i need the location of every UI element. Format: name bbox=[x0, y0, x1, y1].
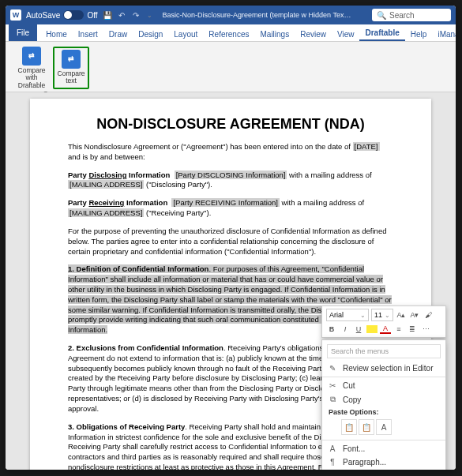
redo-icon[interactable]: ↷ bbox=[131, 11, 141, 20]
numbering-icon[interactable]: ≣ bbox=[407, 324, 418, 335]
undo-icon[interactable]: ↶ bbox=[117, 11, 126, 20]
quick-access-toolbar: 💾 ↶ ↷ ⌄ bbox=[103, 11, 155, 20]
font-color-icon[interactable]: A bbox=[380, 324, 391, 334]
compare-text-button[interactable]: ⇄ Compare text bbox=[53, 47, 89, 89]
highlight-icon[interactable] bbox=[366, 324, 377, 335]
tab-references[interactable]: References bbox=[203, 28, 254, 41]
font-family-select[interactable]: Arial⌄ bbox=[326, 309, 369, 321]
menu-review-editor[interactable]: ✎Review selection in Editor bbox=[322, 362, 445, 375]
font-size-select[interactable]: 11⌄ bbox=[371, 309, 393, 321]
tab-review[interactable]: Review bbox=[295, 28, 332, 41]
title-bar: W AutoSave Off 💾 ↶ ↷ ⌄ Basic-Non-Disclos… bbox=[6, 6, 456, 24]
tab-draftable[interactable]: Draftable bbox=[359, 26, 404, 41]
mini-toolbar[interactable]: Arial⌄ 11⌄ A▴ A▾ 🖌 B I U A ≡ ≣ ⋯ bbox=[321, 305, 446, 338]
compare-text-icon: ⇄ bbox=[62, 50, 81, 69]
paste-options: 📋 📋 A bbox=[322, 418, 445, 438]
tab-help[interactable]: Help bbox=[405, 28, 433, 41]
purpose-paragraph: For the purpose of preventing the unauth… bbox=[68, 227, 393, 257]
tab-view[interactable]: View bbox=[332, 28, 360, 41]
tab-design[interactable]: Design bbox=[133, 28, 168, 41]
tab-layout[interactable]: Layout bbox=[168, 28, 203, 41]
search-box[interactable]: 🔍 Search bbox=[372, 9, 451, 21]
cut-icon: ✂ bbox=[327, 381, 338, 390]
menu-search-input[interactable]: Search the menus bbox=[327, 344, 441, 358]
autosave-state: Off bbox=[87, 11, 97, 20]
italic-icon[interactable]: I bbox=[340, 324, 351, 335]
tab-insert[interactable]: Insert bbox=[73, 28, 103, 41]
copy-icon: ⧉ bbox=[327, 395, 338, 404]
date-placeholder[interactable]: [DATE] bbox=[353, 142, 380, 151]
tab-imanage[interactable]: iManage bbox=[432, 28, 456, 41]
menu-font[interactable]: AFont... bbox=[322, 442, 445, 455]
underline-icon[interactable]: U bbox=[353, 324, 364, 335]
font-dialog-icon: A bbox=[327, 444, 338, 453]
receiving-party-placeholder[interactable]: [Party RECEIVING Information] bbox=[171, 198, 280, 207]
format-painter-icon[interactable]: 🖌 bbox=[423, 309, 434, 320]
context-menu[interactable]: Search the menus ✎Review selection in Ed… bbox=[321, 339, 446, 470]
document-title[interactable]: Basic-Non-Disclosure-Agreement (template… bbox=[163, 11, 352, 19]
search-placeholder: Search bbox=[389, 11, 415, 20]
qat-dropdown-icon[interactable]: ⌄ bbox=[145, 11, 155, 20]
document-area[interactable]: NON-DISCLOSURE AGREEMENT (NDA) This Nond… bbox=[6, 92, 456, 470]
styles-icon[interactable]: ⋯ bbox=[420, 324, 431, 335]
paste-options-header: Paste Options: bbox=[322, 407, 445, 418]
editor-icon: ✎ bbox=[327, 364, 338, 373]
paste-merge[interactable]: 📋 bbox=[359, 419, 374, 435]
compare-draftable-icon: ⇄ bbox=[22, 47, 41, 66]
increase-font-icon[interactable]: A▴ bbox=[396, 309, 407, 320]
tab-mailings[interactable]: Mailings bbox=[254, 28, 295, 41]
ribbon: ⇄ Compare with Draftable ⇄ Compare text … bbox=[6, 42, 456, 92]
decrease-font-icon[interactable]: A▾ bbox=[409, 309, 420, 320]
disclosing-address-placeholder[interactable]: [MAILING ADDRESS] bbox=[68, 180, 144, 189]
toggle-switch-icon[interactable] bbox=[63, 10, 84, 20]
autosave-toggle[interactable]: AutoSave Off bbox=[26, 10, 98, 20]
menu-copy[interactable]: ⧉Copy bbox=[322, 392, 445, 407]
doc-title: NON-DISCLOSURE AGREEMENT (NDA) bbox=[68, 116, 393, 133]
party-disclosing: Party Disclosing Information [Party DISC… bbox=[68, 171, 393, 191]
ribbon-group-open: ⇄ Compare with Draftable ⇄ Compare text … bbox=[10, 45, 92, 88]
intro-paragraph: This Nondisclosure Agreement or ("Agreem… bbox=[68, 142, 393, 163]
party-receiving: Party Receiving Information [Party RECEI… bbox=[68, 198, 393, 219]
compare-text-label: Compare text bbox=[56, 70, 86, 85]
receiving-address-placeholder[interactable]: [MAILING ADDRESS] bbox=[68, 208, 144, 217]
compare-draftable-label: Compare with Draftable bbox=[13, 67, 50, 89]
disclosing-party-placeholder[interactable]: [Party DISCLOSING Information] bbox=[175, 171, 287, 179]
save-icon[interactable]: 💾 bbox=[103, 11, 112, 20]
tab-draw[interactable]: Draw bbox=[103, 28, 133, 41]
menu-paragraph[interactable]: ¶Paragraph... bbox=[322, 455, 445, 469]
paste-keep-formatting[interactable]: 📋 bbox=[341, 419, 357, 435]
paste-text-only[interactable]: A bbox=[376, 419, 392, 435]
compare-with-draftable-button[interactable]: ⇄ Compare with Draftable bbox=[13, 47, 50, 89]
word-app-icon: W bbox=[10, 9, 21, 21]
search-icon: 🔍 bbox=[377, 11, 386, 20]
bold-icon[interactable]: B bbox=[326, 324, 337, 335]
tab-file[interactable]: File bbox=[9, 24, 37, 41]
ribbon-tabs: File Home Insert Draw Design Layout Refe… bbox=[6, 24, 456, 42]
paragraph-icon: ¶ bbox=[327, 458, 338, 467]
autosave-label: AutoSave bbox=[26, 11, 60, 20]
menu-cut[interactable]: ✂Cut bbox=[322, 379, 445, 392]
tab-home[interactable]: Home bbox=[40, 28, 73, 41]
bullets-icon[interactable]: ≡ bbox=[393, 324, 404, 335]
